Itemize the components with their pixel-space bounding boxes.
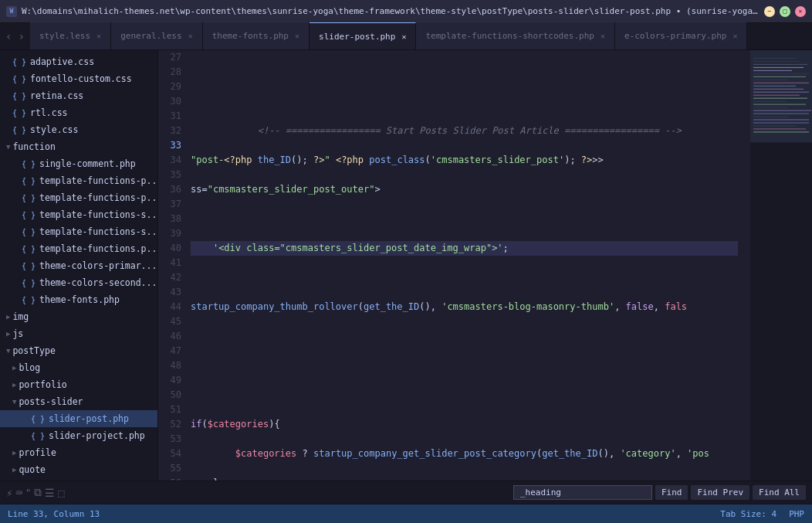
file-icon: { } (12, 126, 26, 134)
code-line-27 (191, 65, 738, 80)
sidebar-item-quote[interactable]: ▶ quote (0, 461, 157, 478)
bottom-toolbar: ⚡ ⌨ " ⧉ ☰ ⬚ Find Find Prev Find All (0, 481, 812, 504)
tab-label: theme-fonts.php (212, 31, 289, 41)
sidebar-item-postType[interactable]: ▼ postType (0, 342, 157, 359)
find-input[interactable] (513, 485, 652, 500)
sidebar-item-retina-css[interactable]: { } retina.css (0, 87, 157, 104)
minimize-button[interactable]: − (764, 6, 775, 17)
tab-style-less[interactable]: style.less ✕ (30, 22, 111, 49)
chevron-right-icon: ▶ (6, 330, 10, 338)
code-line-40: $categories ? startup_company_get_slider… (191, 447, 738, 461)
toolbar-icon-6[interactable]: ⬚ (58, 487, 64, 499)
close-button[interactable]: ✕ (795, 6, 806, 17)
sidebar-item-label: profile (19, 447, 56, 458)
sidebar-item-rtl-css[interactable]: { } rtl.css (0, 104, 157, 121)
sidebar-item-single-comment-php[interactable]: { } single-comment.php (0, 155, 157, 172)
close-tab-icon[interactable]: ✕ (188, 32, 193, 40)
tab-slider-post-php[interactable]: slider-post.php ✕ (310, 22, 416, 49)
svg-rect-26 (750, 50, 812, 142)
sidebar-item-fontello-custom-css[interactable]: { } fontello-custom.css (0, 70, 157, 87)
title-bar: W W:\domains\mihalich-themes.net\wp-cont… (0, 0, 812, 23)
sidebar-item-label: postType (12, 345, 55, 356)
sidebar-item-label: retina.css (30, 90, 83, 101)
sidebar-item-tf4[interactable]: { } template-functions-s... (0, 223, 157, 240)
sidebar-item-adaptive-css[interactable]: { } adaptive.css (0, 53, 157, 70)
file-icon: { } (22, 245, 36, 253)
close-tab-icon[interactable]: ✕ (295, 32, 299, 40)
sidebar-item-function[interactable]: ▼ function (0, 138, 157, 155)
maximize-button[interactable]: □ (780, 6, 790, 17)
nav-forward[interactable]: › (15, 29, 26, 44)
status-right: Tab Size: 4 PHP (720, 509, 804, 519)
main-area: { } adaptive.css { } fontello-custom.css… (0, 50, 812, 481)
toolbar-icon-5[interactable]: ☰ (45, 487, 55, 499)
sidebar-item-slider-project-php[interactable]: { } slider-project.php (0, 427, 157, 444)
file-icon: { } (22, 160, 36, 168)
sidebar-item-portfolio[interactable]: ▶ portfolio (0, 376, 157, 393)
tab-e-colors-primary[interactable]: e-colors-primary.php ✕ (615, 22, 747, 49)
sidebar-item-label: quote (19, 464, 46, 475)
close-tab-icon[interactable]: ✕ (401, 32, 406, 41)
close-tab-icon[interactable]: ✕ (732, 32, 737, 40)
find-all-button[interactable]: Find All (753, 485, 806, 500)
code-line-36 (191, 329, 738, 344)
code-line-30: "post-<?php the_ID(); ?>" <?php post_cla… (191, 153, 738, 168)
sidebar-item-label: rtl.css (30, 107, 67, 118)
sidebar-item-slider-post-php[interactable]: { } slider-post.php (0, 410, 157, 427)
sidebar-item-label: adaptive.css (30, 56, 94, 67)
code-line-31: ss="cmsmasters_slider_post_outer"> (191, 182, 738, 197)
sidebar-item-label: template-functions-s... (39, 226, 157, 237)
sidebar-item-tf1[interactable]: { } template-functions-p... (0, 172, 157, 189)
sidebar-item-theme-fonts-php2[interactable]: { } theme-fonts.php (0, 291, 157, 308)
sidebar-item-posts-slider[interactable]: ▼ posts-slider (0, 393, 157, 410)
code-content[interactable]: <!-- ================= Start Posts Slide… (191, 50, 750, 481)
sidebar-item-tf2[interactable]: { } template-functions-p... (0, 189, 157, 206)
close-tab-icon[interactable]: ✕ (96, 32, 101, 40)
toolbar-icon-1[interactable]: ⚡ (6, 487, 12, 499)
file-icon: { } (12, 75, 26, 83)
tab-general-less[interactable]: general.less ✕ (111, 22, 203, 49)
close-tab-icon[interactable]: ✕ (601, 32, 605, 40)
tab-template-functions-shortcodes[interactable]: template-functions-shortcodes.php ✕ (416, 22, 615, 49)
sidebar-item-label: theme-colors-second... (39, 277, 157, 288)
nav-back[interactable]: ‹ (3, 29, 14, 44)
sidebar-item-tf3[interactable]: { } template-functions-s... (0, 206, 157, 223)
sidebar-item-tc1[interactable]: { } theme-colors-primar... (0, 257, 157, 274)
sidebar-item-blog[interactable]: ▶ blog (0, 359, 157, 376)
toolbar-icon-4[interactable]: ⧉ (34, 486, 42, 499)
file-icon: { } (22, 296, 36, 304)
file-icon: { } (12, 58, 26, 66)
file-icon: { } (22, 279, 36, 287)
sidebar-item-tf5[interactable]: { } template-functions.p... (0, 240, 157, 257)
chevron-right-icon: ▶ (12, 449, 16, 457)
file-icon: { } (22, 228, 36, 236)
sidebar-item-label: posts-slider (19, 396, 83, 407)
find-button[interactable]: Find (655, 485, 689, 500)
sidebar-item-label: template-functions.p... (39, 243, 157, 254)
chevron-down-icon: ▼ (12, 398, 16, 406)
tab-label: general.less (120, 31, 181, 41)
code-line-34 (191, 270, 738, 285)
chevron-right-icon: ▶ (12, 466, 16, 474)
toolbar-icon-3[interactable]: " (25, 487, 31, 498)
tab-label: e-colors-primary.php (624, 31, 726, 41)
sidebar-item-style-css[interactable]: { } style.css (0, 121, 157, 138)
code-line-29: <!-- ================= Start Posts Slide… (191, 124, 738, 138)
sidebar-item-tc2[interactable]: { } theme-colors-second... (0, 274, 157, 291)
sidebar-item-img[interactable]: ▶ img (0, 308, 157, 325)
code-line-35: startup_company_thumb_rollover(get_the_I… (191, 300, 738, 314)
sidebar-item-label: js (12, 328, 23, 339)
file-icon: { } (22, 194, 36, 202)
chevron-right-icon: ▶ (12, 364, 16, 372)
sidebar-item-label: template-functions-p... (39, 175, 157, 186)
sidebar-item-template[interactable]: ▼ template (0, 478, 157, 481)
sidebar-item-profile[interactable]: ▶ profile (0, 444, 157, 461)
find-prev-button[interactable]: Find Prev (691, 485, 749, 500)
tab-theme-fonts-php[interactable]: theme-fonts.php ✕ (203, 22, 310, 49)
sidebar-item-label: slider-post.php (49, 413, 129, 424)
code-editor[interactable]: 27 28 29 30 31 32 33 34 35 36 37 38 39 4… (158, 50, 750, 481)
window-controls: − □ ✕ (764, 6, 806, 17)
cursor-position: Line 33, Column 13 (8, 509, 100, 519)
sidebar-item-js[interactable]: ▶ js (0, 325, 157, 342)
toolbar-icon-2[interactable]: ⌨ (15, 487, 22, 499)
